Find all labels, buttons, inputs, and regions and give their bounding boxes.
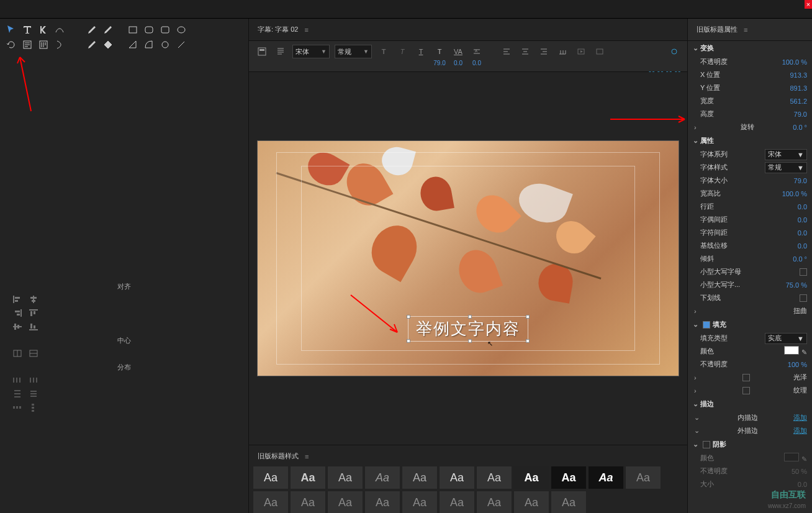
width-value[interactable]: 561.2 <box>790 98 807 105</box>
path-type-tool-icon[interactable] <box>53 24 66 36</box>
texture-checkbox[interactable] <box>742 387 750 394</box>
font-size-prop-value[interactable]: 79.0 <box>794 177 807 184</box>
style-preset[interactable]: Aa <box>476 491 512 513</box>
styles-tab-label[interactable]: 旧版标题样式 <box>258 452 299 461</box>
style-preset[interactable]: Aa <box>476 466 512 489</box>
fill-color-swatch[interactable] <box>784 346 799 355</box>
smallcaps-checkbox[interactable] <box>800 268 807 276</box>
roll-crawl-icon[interactable] <box>274 45 287 58</box>
font-style-select[interactable]: 常规▼ <box>335 45 372 58</box>
underline-icon[interactable]: T <box>414 45 428 58</box>
style-preset[interactable]: Aa <box>402 466 438 489</box>
stroke-group-header[interactable]: ⌄描边 <box>688 397 812 411</box>
style-preset[interactable]: Aa <box>551 491 587 513</box>
fill-enable-checkbox[interactable] <box>703 321 710 329</box>
rounded-rect-tool-icon[interactable] <box>143 24 155 36</box>
distribute-v1-icon[interactable] <box>11 388 24 399</box>
inner-stroke-add[interactable]: 添加 <box>793 413 807 422</box>
type-tool-icon[interactable] <box>21 24 34 36</box>
distribute-h2-icon[interactable] <box>27 375 40 386</box>
align-right-icon[interactable] <box>11 307 24 319</box>
fill-opacity-value[interactable]: 100 % <box>788 361 807 368</box>
template-icon[interactable] <box>255 45 269 58</box>
align-left-text-icon[interactable] <box>500 45 513 58</box>
selection-tool-icon[interactable] <box>5 24 17 36</box>
pen-convert-tool-icon[interactable] <box>86 39 98 51</box>
circle-tool-icon[interactable] <box>159 39 171 51</box>
style-preset[interactable]: Aa <box>588 466 624 489</box>
clipped-rect-tool-icon[interactable] <box>159 24 171 36</box>
fill-group-header[interactable]: ⌄填充 <box>688 317 812 332</box>
x-pos-value[interactable]: 913.3 <box>790 71 807 79</box>
align-right-text-icon[interactable] <box>537 45 551 58</box>
style-preset[interactable]: Aa <box>290 466 326 489</box>
underline-checkbox[interactable] <box>800 294 807 302</box>
center-horizontal-icon[interactable] <box>11 348 24 359</box>
font-family-select[interactable]: 宋体▼ <box>292 45 330 58</box>
area-type-tool-icon[interactable] <box>21 39 34 51</box>
fill-type-select[interactable]: 实底▼ <box>765 333 807 344</box>
style-preset[interactable]: Aa <box>551 466 587 489</box>
align-bottom-icon[interactable] <box>27 321 40 332</box>
show-video-icon[interactable] <box>574 45 588 58</box>
font-size-icon[interactable]: T <box>433 45 446 58</box>
vertical-path-type-icon[interactable] <box>53 39 66 51</box>
rotation-value[interactable]: 0.0 ° <box>793 124 807 131</box>
distribute-h1-icon[interactable] <box>11 375 24 386</box>
smallcaps-size-value[interactable]: 75.0 % <box>786 281 807 289</box>
kerning-value[interactable]: 0.0 <box>454 60 462 66</box>
y-pos-value[interactable]: 891.3 <box>790 84 807 92</box>
close-button[interactable]: × <box>805 0 812 9</box>
align-center-text-icon[interactable] <box>518 45 532 58</box>
style-preset[interactable]: Aa <box>439 491 475 513</box>
styles-panel-menu-icon[interactable]: ≡ <box>305 453 309 460</box>
sync-icon[interactable] <box>667 45 681 58</box>
properties-tab-label[interactable]: 旧版标题属性 <box>697 25 738 34</box>
kerning-icon[interactable]: VA <box>451 45 465 58</box>
arc-tool-icon[interactable] <box>143 39 155 51</box>
eyedropper-icon[interactable]: ✎ <box>801 348 807 356</box>
align-hcenter-icon[interactable] <box>27 294 40 305</box>
center-vertical-icon[interactable] <box>27 348 40 359</box>
rotate-tool-icon[interactable] <box>5 39 17 51</box>
align-top-icon[interactable] <box>27 307 40 319</box>
align-left-icon[interactable] <box>11 294 24 305</box>
pen-tool-icon[interactable] <box>86 24 98 36</box>
rectangle-tool-icon[interactable] <box>127 24 139 36</box>
attributes-group-header[interactable]: ⌄属性 <box>688 134 812 148</box>
distribute-v2-icon[interactable] <box>27 388 40 399</box>
style-preset[interactable]: Aa <box>253 491 289 513</box>
style-preset[interactable]: Aa <box>513 491 549 513</box>
properties-panel-menu-icon[interactable]: ≡ <box>744 26 747 34</box>
shadow-size-value[interactable]: 0.0 <box>798 481 807 488</box>
shadow-eyedropper-icon[interactable]: ✎ <box>801 455 807 463</box>
style-preset[interactable]: Aa <box>327 466 363 489</box>
panel-menu-icon[interactable]: ≡ <box>304 26 308 34</box>
transform-group-header[interactable]: ⌄变换 <box>688 41 812 55</box>
preview-area[interactable]: 举例文字内容 ↖ <box>249 72 687 445</box>
style-preset[interactable]: Aa <box>290 491 326 513</box>
align-vcenter-icon[interactable] <box>11 321 24 332</box>
outer-stroke-add[interactable]: 添加 <box>793 426 807 435</box>
sheen-checkbox[interactable] <box>742 374 750 381</box>
wedge-tool-icon[interactable] <box>127 39 139 51</box>
tab-stops-icon[interactable] <box>556 45 569 58</box>
font-size-value[interactable]: 79.0 <box>433 60 445 66</box>
ellipse-tool-icon[interactable] <box>175 24 187 36</box>
style-preset[interactable]: Aa <box>253 466 289 489</box>
vertical-type-tool-icon[interactable] <box>37 24 50 36</box>
aspect-value[interactable]: 100.0 % <box>782 190 807 197</box>
line-tool-icon[interactable] <box>175 39 187 51</box>
shadow-color-swatch[interactable] <box>784 453 799 461</box>
show-bg-icon[interactable] <box>593 45 607 58</box>
vertical-area-type-tool-icon[interactable] <box>37 39 50 51</box>
distribute-s1-icon[interactable] <box>11 402 24 413</box>
style-preset[interactable]: Aa <box>402 491 438 513</box>
leading-prop-value[interactable]: 0.0 <box>798 203 807 211</box>
kerning-prop-value[interactable]: 0.0 <box>798 216 807 224</box>
distribute-s2-icon[interactable] <box>27 402 40 413</box>
bold-icon[interactable]: T <box>377 45 390 58</box>
font-style-prop-select[interactable]: 常规▼ <box>765 162 807 173</box>
italic-icon[interactable]: T <box>395 45 409 58</box>
style-preset[interactable]: Aa <box>513 466 549 489</box>
